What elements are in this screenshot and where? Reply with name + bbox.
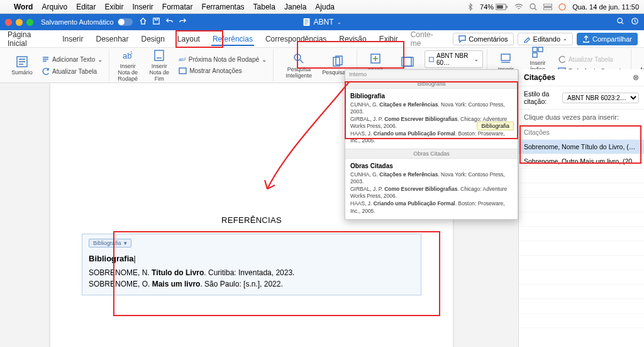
svg-rect-7 [153,18,158,24]
menu-editar[interactable]: Editar [76,3,96,11]
citation-style-selector[interactable]: ABNT NBR 60…⌄ [425,50,483,68]
close-icon[interactable]: ⊗ [633,73,639,82]
qat-redo-icon[interactable] [179,17,187,27]
citation-list-item [519,285,644,299]
citation-list-item [519,169,644,183]
autosave-toggle[interactable]: Salvamento Automático [41,18,133,26]
tab-pagina-inicial[interactable]: Página Inicial [6,28,51,50]
titlebar-history-icon[interactable] [631,17,639,27]
gallery-item-bibliografia[interactable]: Bibliografia CUNHA, G. Citações e Referê… [345,89,518,149]
popup-caption: Interno [345,70,518,79]
annotation-arrow-icon [248,76,362,202]
menubar-status: 74% Qua. 14 de jun. 11:50 [467,3,639,11]
citation-list-item [519,299,644,314]
menubar-clock[interactable]: Qua. 14 de jun. 11:50 [572,3,639,11]
pane-list-heading: Citações [519,125,644,140]
wifi-icon[interactable] [514,4,523,10]
citation-list-item [519,212,644,227]
citation-list-item [519,198,644,212]
menu-arquivo[interactable]: Arquivo [42,3,67,11]
update-toc-button[interactable]: Atualizar Tabela [39,66,105,77]
qat-save-icon[interactable] [152,17,160,27]
svg-rect-15 [179,68,186,74]
svg-rect-22 [429,57,433,62]
field-tag[interactable]: Bibliografia ▾ [89,239,131,247]
svg-rect-25 [533,47,537,52]
switch-icon[interactable] [118,18,133,26]
svg-rect-14 [155,50,164,60]
tab-conte-me[interactable]: Conte-me [409,28,443,50]
citation-list-item [519,241,644,256]
svg-point-3 [530,4,535,9]
tab-exibir[interactable]: Exibir [378,32,399,46]
svg-rect-24 [501,54,510,60]
menubar-app[interactable]: Word [14,3,33,11]
citation-list-item [519,314,644,328]
window-titlebar: Salvamento Automático ABNT ⌄ [0,14,644,30]
document-title[interactable]: ABNT ⌄ [303,18,341,26]
siri-icon[interactable] [558,3,566,11]
bib-title: Bibliografia| [89,254,414,263]
show-notes-button[interactable]: Mostrar Anotações [176,65,269,76]
citation-list-item[interactable]: Sobrenome, Nome Título do Livro, (20… [519,140,644,154]
citations-pane: Citações ⊗ Estilo da citação: ABNT NBR 6… [518,69,644,347]
tab-revisao[interactable]: Revisão [338,32,367,46]
citation-list-item[interactable]: Sobrenome, Outro Mais um livro, (202… [519,154,644,169]
search-icon[interactable] [530,3,537,11]
svg-point-9 [618,18,622,23]
qat-undo-icon[interactable] [165,17,174,27]
battery-status[interactable]: 74% [480,3,508,11]
tab-desenhar[interactable]: Desenhar [94,32,130,46]
tab-referencias[interactable]: Referências [211,32,254,46]
next-footnote-button[interactable]: ab¹Próxima Nota de Rodapé ⌄ [176,55,269,64]
close-icon[interactable] [5,19,12,26]
minimize-icon[interactable] [16,19,23,26]
window-controls[interactable] [5,19,33,26]
bibliography-field[interactable]: Bibliografia ▾ Bibliografia| SOBRENOME, … [82,234,421,295]
pane-hint: Clique duas vezes para inserir: [519,110,644,125]
add-text-button[interactable]: Adicionar Texto ⌄ [39,54,105,65]
menu-exibir[interactable]: Exibir [105,3,124,11]
update-table2-button: Atualizar Tabela [555,54,627,65]
bib-entry: SOBRENOME, O. Mais um livro. São Paulo: … [89,280,414,288]
svg-rect-27 [533,53,537,57]
zoom-icon[interactable] [26,19,33,26]
citation-list-item [519,183,644,198]
menu-janela[interactable]: Janela [284,3,306,11]
editing-button[interactable]: Editando ⌄ [518,33,573,45]
menu-ajuda[interactable]: Ajuda [315,3,335,11]
svg-point-6 [559,4,565,10]
menu-inserir[interactable]: Inserir [133,3,153,11]
pane-style-select[interactable]: ABNT NBR 6023:2… [562,93,639,103]
bluetooth-icon[interactable] [467,3,474,11]
bib-entry: SOBRENOME, N. Título do Livro. Curitiba:… [89,268,414,277]
menu-formatar[interactable]: Formatar [162,3,193,11]
share-button[interactable]: Compartilhar [577,33,638,45]
chevron-down-icon[interactable]: ⌄ [337,20,341,25]
bibliography-gallery[interactable]: Interno Bibliografia Bibliografia CUNHA,… [345,69,518,220]
svg-rect-2 [506,6,508,8]
tab-layout[interactable]: Layout [176,32,201,46]
autosave-label: Salvamento Automático [41,18,114,26]
tab-design[interactable]: Design [140,32,166,46]
titlebar-search-icon[interactable] [616,17,625,27]
svg-rect-5 [543,8,552,10]
control-center-icon[interactable] [543,4,552,10]
svg-rect-1 [497,5,503,8]
insert-endnote-button[interactable]: Inserir Nota de Fim [145,48,174,83]
tab-correspondencias[interactable]: Correspondências [264,32,328,46]
insert-footnote-button[interactable]: ab1Inserir Nota de Rodapé [113,48,142,83]
svg-rect-21 [404,57,411,66]
qat-home-icon[interactable] [139,17,147,27]
toc-button[interactable]: Sumário [8,54,36,77]
menu-ferramentas[interactable]: Ferramentas [202,3,245,11]
tab-inserir[interactable]: Inserir [61,32,84,46]
menu-tabela[interactable]: Tabela [253,3,275,11]
citation-list-item [519,227,644,241]
comments-button[interactable]: Comentários [453,33,513,45]
gallery-item-obras-citadas[interactable]: Obras Citadas CUNHA, G. Citações e Refer… [345,159,518,219]
mac-menubar: Word Arquivo Editar Exibir Inserir Forma… [0,0,644,14]
svg-rect-26 [538,47,543,52]
gallery-tooltip: Bibliografia [477,122,514,130]
svg-text:1: 1 [130,50,133,55]
